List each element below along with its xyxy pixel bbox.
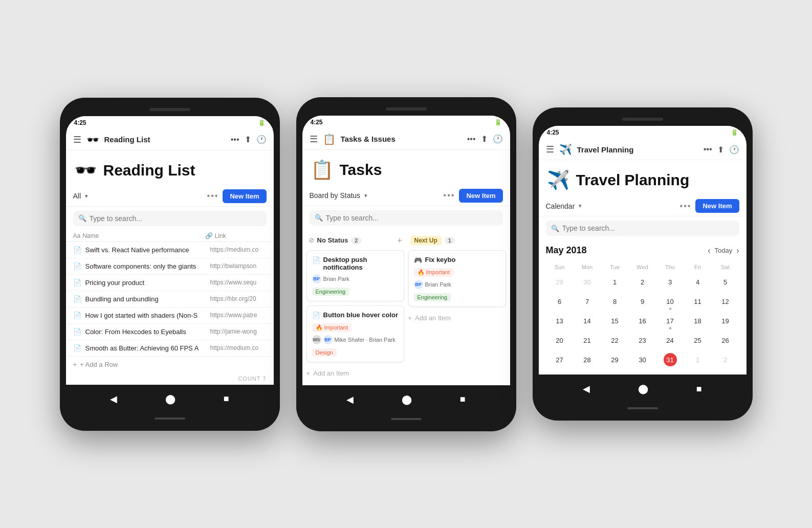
cal-cell[interactable]: 1: [601, 272, 629, 292]
cal-cell[interactable]: 5: [712, 272, 739, 292]
cal-cell[interactable]: 28: [574, 350, 601, 369]
more-icon-3[interactable]: •••: [704, 145, 712, 154]
cal-cell[interactable]: 18: [684, 311, 712, 331]
cal-cell[interactable]: 25: [684, 331, 712, 350]
row-link[interactable]: https://www.patre: [210, 312, 267, 319]
more-icon-2[interactable]: •••: [467, 135, 476, 144]
cal-cell[interactable]: 17: [656, 311, 684, 331]
cal-cell[interactable]: 22: [601, 331, 629, 350]
table-row[interactable]: 📄 Software components: only the giants h…: [66, 258, 274, 275]
back-btn-2[interactable]: ◀: [346, 394, 354, 405]
cal-num: 2: [719, 353, 732, 366]
table-row[interactable]: 📄 Pricing your product https://www.sequ: [66, 275, 274, 291]
home-btn-3[interactable]: ⬤: [638, 383, 648, 394]
table-row[interactable]: 📄 Smooth as Butter: Achieving 60 FPS A h…: [66, 340, 274, 357]
cal-cell[interactable]: 14: [574, 311, 601, 331]
cal-cell[interactable]: 7: [574, 292, 601, 311]
cal-cell[interactable]: 2: [712, 350, 739, 369]
cal-cell[interactable]: 19: [712, 311, 739, 331]
cal-cell[interactable]: 6: [546, 292, 574, 311]
cal-cell[interactable]: 15: [601, 311, 629, 331]
clock-icon-1[interactable]: 🕐: [256, 135, 267, 144]
cal-cell[interactable]: 24: [656, 331, 684, 350]
cal-today-btn[interactable]: Today: [714, 247, 732, 254]
engineering-tag-1[interactable]: Engineering: [312, 288, 349, 296]
more-icon-1[interactable]: •••: [231, 135, 239, 144]
row-link[interactable]: https://hbr.org/20: [210, 295, 267, 302]
home-btn-2[interactable]: ⬤: [402, 394, 412, 405]
table-row[interactable]: 📄 Bundling and unbundling https://hbr.or…: [66, 291, 274, 307]
row-link[interactable]: http://jamie-wong: [210, 328, 267, 335]
cal-cell[interactable]: 16: [629, 311, 656, 331]
cal-cell[interactable]: 4: [684, 272, 712, 292]
row-link[interactable]: https://medium.co: [210, 344, 267, 351]
cal-next-btn[interactable]: ›: [736, 246, 739, 255]
dots-btn-3[interactable]: •••: [680, 202, 692, 211]
cal-cell[interactable]: 8: [601, 292, 629, 311]
cal-cell[interactable]: 29: [601, 350, 629, 369]
add-item-1[interactable]: + Add an Item: [306, 366, 404, 380]
cal-cell[interactable]: 31: [656, 350, 684, 369]
clock-icon-2[interactable]: 🕐: [493, 134, 503, 144]
back-btn-3[interactable]: ◀: [583, 383, 590, 394]
search-input-1[interactable]: [90, 214, 261, 223]
cal-cell[interactable]: 20: [546, 331, 574, 350]
row-link[interactable]: https://medium.co: [210, 246, 267, 253]
cal-cell[interactable]: 29: [546, 272, 574, 292]
cal-prev-btn[interactable]: ‹: [708, 246, 710, 255]
important-tag-2[interactable]: 🔥 Important: [312, 323, 352, 332]
menu-icon-2[interactable]: ☰: [310, 134, 318, 145]
share-icon-3[interactable]: ⬆: [717, 145, 724, 155]
add-row-1[interactable]: + + Add a Row: [66, 357, 274, 372]
cal-cell[interactable]: 9: [629, 292, 656, 311]
card-assignees-2: MS BP Mike Shafer · Brian Park: [312, 335, 399, 344]
new-item-btn-2[interactable]: New Item: [459, 189, 502, 203]
row-link[interactable]: http://bwlampson: [210, 262, 267, 270]
task-card-next-1[interactable]: 🎮 Fix keybo 🔥 Important BP Brian Park En…: [408, 250, 506, 307]
cal-cell[interactable]: 21: [574, 331, 601, 350]
row-link[interactable]: https://www.sequ: [210, 279, 267, 286]
home-btn-1[interactable]: ⬤: [165, 393, 175, 405]
cal-cell[interactable]: 13: [546, 311, 574, 331]
engineering-tag-next-1[interactable]: Engineering: [414, 293, 451, 301]
filter-label-2[interactable]: Board by Status: [310, 191, 361, 200]
menu-icon-3[interactable]: ☰: [546, 144, 554, 155]
cal-cell[interactable]: 3: [656, 272, 684, 292]
table-row[interactable]: 📄 Swift vs. React Native performance htt…: [66, 242, 274, 258]
cal-num: 4: [691, 275, 705, 289]
table-row[interactable]: 📄 Color: From Hexcodes to Eyeballs http:…: [66, 324, 274, 340]
cal-cell[interactable]: 23: [629, 331, 656, 350]
square-btn-2[interactable]: ■: [460, 394, 466, 405]
cal-cell[interactable]: 2: [629, 272, 656, 292]
cal-cell[interactable]: 12: [712, 292, 739, 311]
cal-cell[interactable]: 30: [574, 272, 601, 292]
task-card-2[interactable]: 📄 Button blue hover color 🔥 Important MS…: [306, 305, 404, 362]
cal-cell[interactable]: 26: [712, 331, 739, 350]
cal-cell[interactable]: 1: [684, 350, 712, 369]
new-item-btn-3[interactable]: New Item: [695, 199, 739, 213]
task-card-1[interactable]: 📄 Desktop push notifications BP Brian Pa…: [306, 250, 404, 301]
add-item-next[interactable]: + Add an Item: [408, 311, 506, 325]
no-status-add-icon[interactable]: +: [397, 236, 402, 245]
filter-label-1[interactable]: All: [73, 192, 81, 200]
search-input-3[interactable]: [562, 224, 734, 232]
table-row[interactable]: 📄 How I got started with shaders (Non-S …: [66, 307, 274, 324]
search-input-2[interactable]: [326, 214, 498, 222]
share-icon-2[interactable]: ⬆: [481, 134, 488, 144]
cal-cell[interactable]: 11: [684, 292, 712, 311]
clock-icon-3[interactable]: 🕐: [729, 145, 739, 155]
square-btn-3[interactable]: ■: [696, 384, 702, 394]
cal-cell[interactable]: 30: [629, 350, 656, 369]
filter-label-3[interactable]: Calendar: [546, 202, 575, 210]
new-item-btn-1[interactable]: New Item: [223, 189, 266, 203]
share-icon-1[interactable]: ⬆: [245, 135, 251, 144]
square-btn-1[interactable]: ■: [224, 393, 229, 404]
dots-btn-2[interactable]: •••: [444, 191, 455, 200]
cal-cell[interactable]: 27: [546, 350, 574, 369]
menu-icon-1[interactable]: ☰: [73, 134, 81, 145]
back-btn-1[interactable]: ◀: [110, 393, 117, 405]
cal-cell[interactable]: 10: [656, 292, 684, 311]
important-tag-next-1[interactable]: 🔥 Important: [414, 268, 454, 277]
dots-btn-1[interactable]: •••: [207, 191, 219, 201]
design-tag-2[interactable]: Design: [312, 348, 337, 357]
